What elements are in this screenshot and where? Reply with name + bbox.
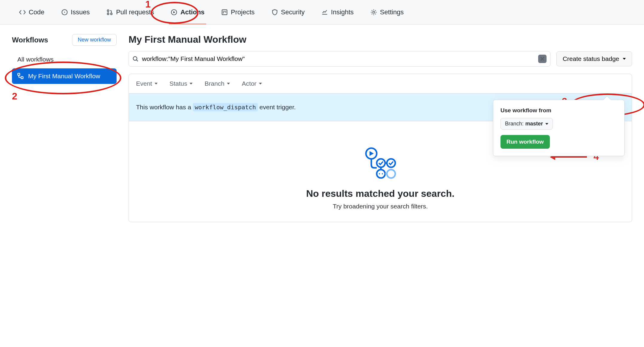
create-status-badge-button[interactable]: Create status badge (556, 51, 632, 66)
workflow-illustration-icon (362, 145, 398, 181)
svg-point-17 (382, 173, 383, 174)
tab-issues-label: Issues (71, 8, 90, 16)
graph-icon (321, 9, 328, 16)
workflow-sidebar: Workflows New workflow All workflows My … (12, 34, 117, 84)
clear-search-button[interactable] (538, 55, 547, 63)
play-circle-icon (171, 9, 177, 16)
popover-heading: Use workflow from (500, 107, 617, 114)
empty-title: No results matched your search. (136, 188, 625, 199)
tab-insights-label: Insights (331, 8, 354, 16)
tab-code-label: Code (29, 8, 45, 16)
search-wrapper (129, 51, 550, 67)
tab-issues[interactable]: Issues (54, 0, 97, 24)
caret-down-icon (227, 83, 230, 85)
runs-panel: Event Status Branch Actor This workflow … (129, 74, 632, 222)
caret-down-icon (545, 123, 548, 125)
caret-down-icon (259, 83, 262, 85)
caret-down-icon (190, 83, 193, 85)
svg-point-16 (379, 173, 380, 174)
project-icon (221, 9, 228, 16)
svg-point-2 (107, 10, 109, 11)
tab-settings[interactable]: Settings (363, 0, 411, 24)
svg-point-10 (133, 57, 137, 61)
dispatch-text: This workflow has a workflow_dispatch ev… (136, 104, 296, 111)
tab-pulls-label: Pull requests (116, 8, 154, 16)
filter-bar: Event Status Branch Actor (129, 74, 632, 93)
tab-pullrequests[interactable]: Pull requests (99, 0, 161, 24)
tab-code[interactable]: Code (12, 0, 52, 24)
page-title: My First Manual Workflow (129, 34, 632, 45)
tab-security[interactable]: Security (264, 0, 312, 24)
run-workflow-popover: Use workflow from Branch: master Run wor… (493, 100, 625, 156)
dispatch-suffix: event trigger. (258, 104, 296, 110)
workflow-search-input[interactable] (138, 55, 538, 62)
tab-actions-label: Actions (180, 8, 205, 16)
filter-event-label: Event (136, 80, 152, 87)
filter-status[interactable]: Status (170, 80, 193, 87)
filter-actor[interactable]: Actor (242, 80, 262, 87)
svg-rect-9 (21, 76, 23, 79)
filter-event[interactable]: Event (136, 80, 158, 87)
sidebar-item-my-first-manual-workflow[interactable]: My First Manual Workflow (12, 68, 117, 84)
svg-point-18 (387, 170, 395, 178)
tab-settings-label: Settings (380, 8, 404, 16)
code-icon (19, 9, 26, 16)
git-pull-request-icon (106, 9, 113, 16)
new-workflow-button[interactable]: New workflow (72, 34, 117, 46)
branch-selector[interactable]: Branch: master (500, 118, 553, 130)
search-icon (132, 56, 138, 62)
tab-projects-label: Projects (231, 8, 254, 16)
gear-icon (370, 9, 377, 16)
empty-subtitle: Try broadening your search filters. (136, 203, 625, 210)
dispatch-prefix: This workflow has a (136, 104, 193, 110)
tab-security-label: Security (281, 8, 305, 16)
dispatch-code: workflow_dispatch (193, 103, 258, 111)
shield-icon (271, 9, 278, 16)
svg-point-3 (107, 13, 109, 15)
status-badge-label: Create status badge (563, 55, 619, 62)
repo-nav: Code Issues Pull requests Actions Projec… (0, 0, 644, 24)
annotation-number-2: 2 (12, 91, 17, 102)
issue-icon (61, 9, 68, 16)
tab-projects[interactable]: Projects (214, 0, 262, 24)
filter-actor-label: Actor (242, 80, 257, 87)
svg-point-15 (377, 170, 385, 178)
svg-point-7 (373, 11, 375, 13)
filter-branch[interactable]: Branch (205, 80, 230, 87)
sidebar-heading: Workflows (12, 36, 48, 44)
svg-point-1 (64, 12, 65, 13)
sidebar-item-label: My First Manual Workflow (28, 73, 100, 80)
sidebar-all-workflows[interactable]: All workflows (12, 53, 117, 66)
filter-branch-label: Branch (205, 80, 225, 87)
caret-down-icon (623, 58, 626, 60)
x-icon (539, 56, 545, 62)
branch-label-prefix: Branch: (505, 121, 524, 127)
svg-rect-8 (18, 73, 20, 75)
caret-down-icon (155, 83, 158, 85)
filter-status-label: Status (170, 80, 187, 87)
branch-value: master (525, 121, 543, 127)
workflow-main: My First Manual Workflow Create status b… (129, 34, 632, 222)
run-workflow-submit-button[interactable]: Run workflow (500, 135, 550, 149)
tab-actions[interactable]: Actions (164, 0, 212, 24)
svg-point-4 (111, 13, 112, 15)
tab-insights[interactable]: Insights (314, 0, 361, 24)
workflow-icon (17, 73, 24, 79)
